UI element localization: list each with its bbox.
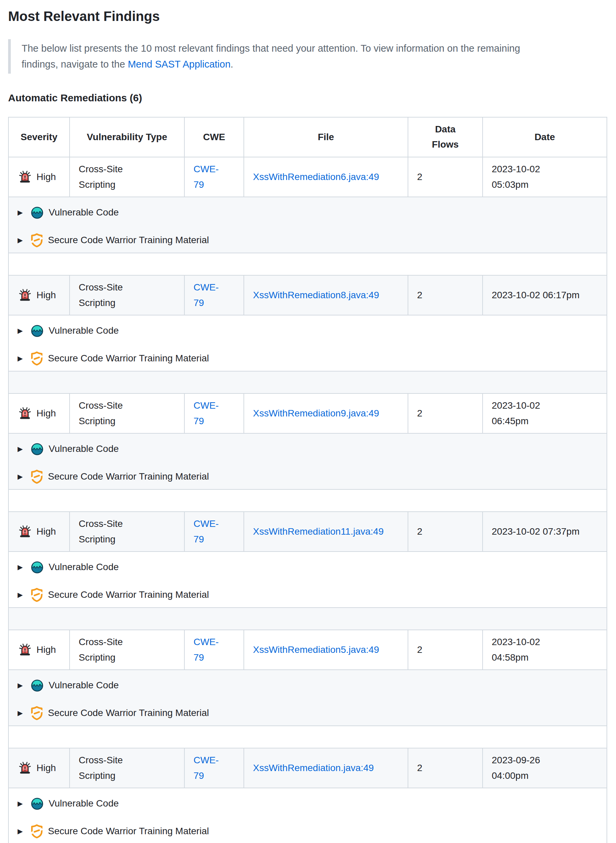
cwe-link[interactable]: CWE-79 [194, 516, 224, 547]
cwe-cell: CWE-79 [185, 748, 244, 788]
finding-details-cell: ▶Vulnerable Code▶Secure Code Warrior Tra… [9, 197, 607, 253]
severity-cell: High [9, 630, 70, 670]
finding-details-cell: ▶Vulnerable Code▶Secure Code Warrior Tra… [9, 315, 607, 371]
severity-label: High [37, 642, 56, 658]
cwe-link[interactable]: CWE-79 [194, 398, 224, 429]
date-value: 2023-10-02 04:58pm [492, 634, 540, 666]
vulnerable-code-toggle[interactable]: ▶Vulnerable Code [18, 677, 598, 693]
col-header-date: Date [483, 117, 607, 157]
finding-row: HighCross-Site ScriptingCWE-79XssWithRem… [9, 393, 607, 433]
data-flows-value: 2 [417, 642, 422, 658]
cwe-link[interactable]: CWE-79 [194, 280, 224, 311]
data-flows-cell: 2 [408, 512, 483, 551]
file-link[interactable]: XssWithRemediation.java:49 [253, 762, 374, 773]
siren-icon [18, 170, 32, 185]
vulnerable-code-icon [31, 560, 44, 574]
mend-sast-application-link[interactable]: Mend SAST Application [128, 59, 230, 70]
col-header-data-flows: Data Flows [408, 117, 483, 157]
file-link[interactable]: XssWithRemediation11.java:49 [253, 526, 384, 537]
vulnerable-code-toggle[interactable]: ▶Vulnerable Code [18, 441, 598, 457]
cwe-link[interactable]: CWE-79 [194, 752, 224, 784]
data-flows-value: 2 [417, 524, 422, 540]
secure-code-warrior-label: Secure Code Warrior Training Material [48, 705, 209, 721]
triangle-right-icon: ▶ [18, 350, 26, 366]
triangle-right-icon: ▶ [18, 796, 26, 811]
cwe-cell: CWE-79 [185, 630, 244, 670]
secure-code-warrior-toggle[interactable]: ▶Secure Code Warrior Training Material [18, 705, 598, 721]
triangle-right-icon: ▶ [18, 677, 26, 693]
spacer-cell [9, 253, 607, 275]
finding-details-cell: ▶Vulnerable Code▶Secure Code Warrior Tra… [9, 670, 607, 726]
intro-text-before: The below list presents the 10 most rele… [22, 43, 520, 70]
triangle-right-icon: ▶ [18, 587, 26, 603]
triangle-right-icon: ▶ [18, 323, 26, 339]
triangle-right-icon: ▶ [18, 441, 26, 457]
secure-code-warrior-toggle[interactable]: ▶Secure Code Warrior Training Material [18, 823, 598, 839]
date-cell: 2023-10-02 05:03pm [483, 157, 607, 197]
vulnerable-code-label: Vulnerable Code [48, 441, 119, 457]
siren-icon [18, 288, 32, 303]
spacer-cell [9, 371, 607, 393]
secure-code-warrior-toggle[interactable]: ▶Secure Code Warrior Training Material [18, 587, 598, 603]
finding-details-row: ▶Vulnerable Code▶Secure Code Warrior Tra… [9, 551, 607, 608]
severity-cell: High [9, 157, 70, 197]
siren-icon [18, 406, 32, 421]
file-link[interactable]: XssWithRemediation9.java:49 [253, 408, 379, 418]
intro-text-after: . [231, 59, 233, 70]
vulnerability-type-cell: Cross-Site Scripting [70, 393, 185, 433]
vulnerable-code-toggle[interactable]: ▶Vulnerable Code [18, 205, 598, 220]
vulnerability-type-label: Cross-Site Scripting [79, 161, 151, 192]
severity-cell: High [9, 275, 70, 315]
severity-label: High [37, 524, 56, 540]
date-cell: 2023-10-02 06:17pm [483, 275, 607, 315]
file-cell: XssWithRemediation8.java:49 [244, 275, 408, 315]
date-cell: 2023-10-02 04:58pm [483, 630, 607, 670]
secure-code-warrior-toggle[interactable]: ▶Secure Code Warrior Training Material [18, 232, 598, 248]
spacer-row [9, 253, 607, 275]
siren-icon [18, 761, 32, 776]
vulnerability-type-cell: Cross-Site Scripting [70, 630, 185, 670]
spacer-cell [9, 490, 607, 512]
vulnerable-code-toggle[interactable]: ▶Vulnerable Code [18, 559, 598, 575]
vulnerability-type-label: Cross-Site Scripting [79, 516, 151, 547]
col-header-severity: Severity [9, 117, 70, 157]
vulnerable-code-label: Vulnerable Code [48, 205, 119, 220]
vulnerable-code-label: Vulnerable Code [48, 559, 119, 575]
severity-cell: High [9, 512, 70, 551]
vulnerable-code-toggle[interactable]: ▶Vulnerable Code [18, 323, 598, 339]
vulnerability-type-cell: Cross-Site Scripting [70, 748, 185, 788]
data-flows-cell: 2 [408, 157, 483, 197]
data-flows-cell: 2 [408, 748, 483, 788]
vulnerable-code-toggle[interactable]: ▶Vulnerable Code [18, 796, 598, 811]
severity-cell: High [9, 393, 70, 433]
spacer-row [9, 726, 607, 748]
findings-table-header: Severity Vulnerability Type CWE File Dat… [9, 117, 607, 157]
data-flows-cell: 2 [408, 275, 483, 315]
date-value: 2023-09-26 04:00pm [492, 752, 540, 784]
col-header-cwe: CWE [185, 117, 244, 157]
date-value: 2023-10-02 06:17pm [492, 287, 579, 303]
severity-label: High [37, 760, 56, 776]
triangle-right-icon: ▶ [18, 469, 26, 484]
vulnerable-code-label: Vulnerable Code [48, 677, 119, 693]
secure-code-warrior-toggle[interactable]: ▶Secure Code Warrior Training Material [18, 469, 598, 484]
cwe-cell: CWE-79 [185, 157, 244, 197]
triangle-right-icon: ▶ [18, 559, 26, 575]
date-cell: 2023-09-26 04:00pm [483, 748, 607, 788]
cwe-link[interactable]: CWE-79 [194, 634, 224, 666]
file-cell: XssWithRemediation6.java:49 [244, 157, 408, 197]
date-cell: 2023-10-02 07:37pm [483, 512, 607, 551]
vulnerable-code-label: Vulnerable Code [48, 323, 119, 339]
data-flows-value: 2 [417, 169, 422, 185]
finding-details-cell: ▶Vulnerable Code▶Secure Code Warrior Tra… [9, 551, 607, 608]
vulnerable-code-label: Vulnerable Code [48, 796, 119, 811]
file-link[interactable]: XssWithRemediation8.java:49 [253, 290, 379, 300]
file-cell: XssWithRemediation.java:49 [244, 748, 408, 788]
file-cell: XssWithRemediation5.java:49 [244, 630, 408, 670]
secure-code-warrior-toggle[interactable]: ▶Secure Code Warrior Training Material [18, 350, 598, 366]
date-cell: 2023-10-02 06:45pm [483, 393, 607, 433]
cwe-link[interactable]: CWE-79 [194, 161, 224, 192]
file-link[interactable]: XssWithRemediation6.java:49 [253, 172, 379, 182]
file-link[interactable]: XssWithRemediation5.java:49 [253, 644, 379, 655]
file-cell: XssWithRemediation9.java:49 [244, 393, 408, 433]
